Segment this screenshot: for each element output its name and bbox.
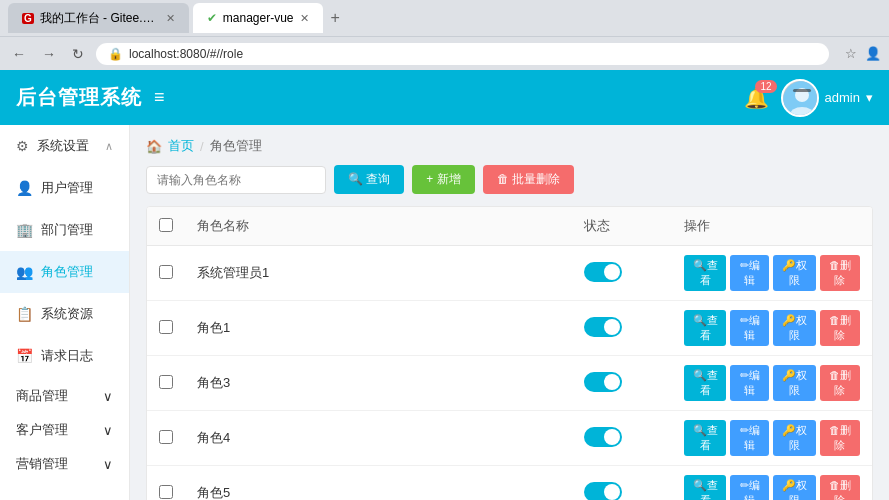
tab-manager-vue[interactable]: ✔ manager-vue ✕ [193, 3, 323, 33]
sidebar-item-role[interactable]: 👥 角色管理 [0, 251, 129, 293]
sidebar-item-users[interactable]: 👤 用户管理 [0, 167, 129, 209]
view-button[interactable]: 🔍查看 [684, 310, 726, 346]
address-input[interactable]: 🔒 localhost:8080/#//role [96, 43, 829, 65]
edit-button[interactable]: ✏编辑 [730, 255, 769, 291]
toggle-knob [604, 484, 620, 500]
edit-button[interactable]: ✏编辑 [730, 475, 769, 500]
view-button[interactable]: 🔍查看 [684, 255, 726, 291]
view-button[interactable]: 🔍查看 [684, 420, 726, 456]
sidebar-arrow-marketing: ∨ [103, 457, 113, 472]
row-checkbox[interactable] [159, 320, 173, 334]
sidebar-arrow-goods: ∨ [103, 389, 113, 404]
delete-button[interactable]: 🗑删除 [820, 255, 860, 291]
cell-action: 🔍查看 ✏编辑 🔑权限 🗑删除 [672, 301, 872, 356]
add-button[interactable]: + 新增 [412, 165, 474, 194]
permission-button[interactable]: 🔑权限 [773, 420, 815, 456]
col-check [147, 207, 185, 246]
row-checkbox[interactable] [159, 375, 173, 389]
tab-manager-close[interactable]: ✕ [300, 12, 309, 25]
user-account-icon[interactable]: 👤 [865, 46, 881, 61]
notification-bell[interactable]: 🔔 12 [744, 86, 769, 110]
delete-button[interactable]: 🗑删除 [820, 420, 860, 456]
cell-status [572, 466, 672, 501]
app-header: 后台管理系统 ≡ 🔔 12 admin ▾ [0, 70, 889, 125]
view-button[interactable]: 🔍查看 [684, 475, 726, 500]
action-btns: 🔍查看 ✏编辑 🔑权限 🗑删除 [684, 255, 860, 291]
role-icon: 👥 [16, 264, 33, 280]
sidebar: ⚙ 系统设置 ∧ 👤 用户管理 🏢 部门管理 👥 角色管理 📋 系统资源 � [0, 125, 130, 500]
edit-button[interactable]: ✏编辑 [730, 365, 769, 401]
back-button[interactable]: ← [8, 44, 30, 64]
users-icon: 👤 [16, 180, 33, 196]
avatar [781, 79, 819, 117]
sidebar-item-log[interactable]: 📅 请求日志 [0, 335, 129, 377]
table-head: 角色名称 状态 操作 [147, 207, 872, 246]
sidebar-label-system: 系统设置 [37, 137, 89, 155]
row-checkbox[interactable] [159, 430, 173, 444]
refresh-button[interactable]: ↻ [68, 44, 88, 64]
breadcrumb-home-link[interactable]: 首页 [168, 137, 194, 155]
delete-button[interactable]: 🗑删除 [820, 475, 860, 500]
view-button[interactable]: 🔍查看 [684, 365, 726, 401]
action-btns: 🔍查看 ✏编辑 🔑权限 🗑删除 [684, 475, 860, 500]
search-button[interactable]: 🔍 查询 [334, 165, 404, 194]
breadcrumb-home-icon: 🏠 [146, 139, 162, 154]
new-tab-button[interactable]: + [331, 9, 340, 27]
table-row: 角色1 🔍查看 ✏编辑 🔑权限 🗑删除 [147, 301, 872, 356]
row-checkbox[interactable] [159, 265, 173, 279]
table-header-row: 角色名称 状态 操作 [147, 207, 872, 246]
sidebar-item-customer[interactable]: 客户管理 ∨ [0, 411, 129, 445]
check-all[interactable] [159, 218, 173, 232]
tab-gitee-close[interactable]: ✕ [166, 12, 175, 25]
permission-button[interactable]: 🔑权限 [773, 310, 815, 346]
menu-toggle-icon[interactable]: ≡ [154, 87, 165, 108]
resource-icon: 📋 [16, 306, 33, 322]
status-toggle[interactable] [584, 427, 622, 447]
delete-button[interactable]: 🗑删除 [820, 310, 860, 346]
forward-button[interactable]: → [38, 44, 60, 64]
col-name: 角色名称 [185, 207, 572, 246]
permission-button[interactable]: 🔑权限 [773, 475, 815, 500]
admin-dropdown-icon[interactable]: ▾ [866, 90, 873, 105]
tab-gitee[interactable]: G 我的工作台 - Gitee.com ✕ [8, 3, 189, 33]
row-checkbox[interactable] [159, 485, 173, 499]
notification-badge: 12 [755, 80, 776, 93]
bookmark-icon[interactable]: ☆ [845, 46, 857, 61]
delete-button[interactable]: 🗑删除 [820, 365, 860, 401]
toolbar: 🔍 查询 + 新增 🗑 批量删除 [146, 165, 873, 194]
sidebar-item-dept[interactable]: 🏢 部门管理 [0, 209, 129, 251]
col-action: 操作 [672, 207, 872, 246]
sidebar-label-log: 请求日志 [41, 347, 93, 365]
status-toggle[interactable] [584, 482, 622, 501]
cell-check [147, 411, 185, 466]
cell-name: 角色5 [185, 466, 572, 501]
status-toggle[interactable] [584, 372, 622, 392]
search-input[interactable] [146, 166, 326, 194]
cell-status [572, 246, 672, 301]
status-toggle[interactable] [584, 317, 622, 337]
batch-delete-button[interactable]: 🗑 批量删除 [483, 165, 574, 194]
sidebar-label-dept: 部门管理 [41, 221, 93, 239]
dept-icon: 🏢 [16, 222, 33, 238]
sidebar-item-resource[interactable]: 📋 系统资源 [0, 293, 129, 335]
breadcrumb-current: 角色管理 [210, 137, 262, 155]
cell-name: 角色3 [185, 356, 572, 411]
sidebar-item-system[interactable]: ⚙ 系统设置 ∧ [0, 125, 129, 167]
header-left: 后台管理系统 ≡ [16, 84, 165, 111]
table-row: 角色5 🔍查看 ✏编辑 🔑权限 🗑删除 [147, 466, 872, 501]
table-body: 系统管理员1 🔍查看 ✏编辑 🔑权限 🗑删除 角色1 🔍查看 [147, 246, 872, 501]
permission-button[interactable]: 🔑权限 [773, 255, 815, 291]
status-toggle[interactable] [584, 262, 622, 282]
content-area: 🏠 首页 / 角色管理 🔍 查询 + 新增 🗑 批量删除 [130, 125, 889, 500]
permission-button[interactable]: 🔑权限 [773, 365, 815, 401]
edit-button[interactable]: ✏编辑 [730, 420, 769, 456]
cell-action: 🔍查看 ✏编辑 🔑权限 🗑删除 [672, 246, 872, 301]
sidebar-item-goods[interactable]: 商品管理 ∨ [0, 377, 129, 411]
breadcrumb: 🏠 首页 / 角色管理 [146, 137, 873, 155]
cell-name: 角色1 [185, 301, 572, 356]
edit-button[interactable]: ✏编辑 [730, 310, 769, 346]
action-btns: 🔍查看 ✏编辑 🔑权限 🗑删除 [684, 310, 860, 346]
admin-info[interactable]: admin ▾ [781, 79, 873, 117]
cell-check [147, 466, 185, 501]
sidebar-item-marketing[interactable]: 营销管理 ∨ [0, 445, 129, 479]
